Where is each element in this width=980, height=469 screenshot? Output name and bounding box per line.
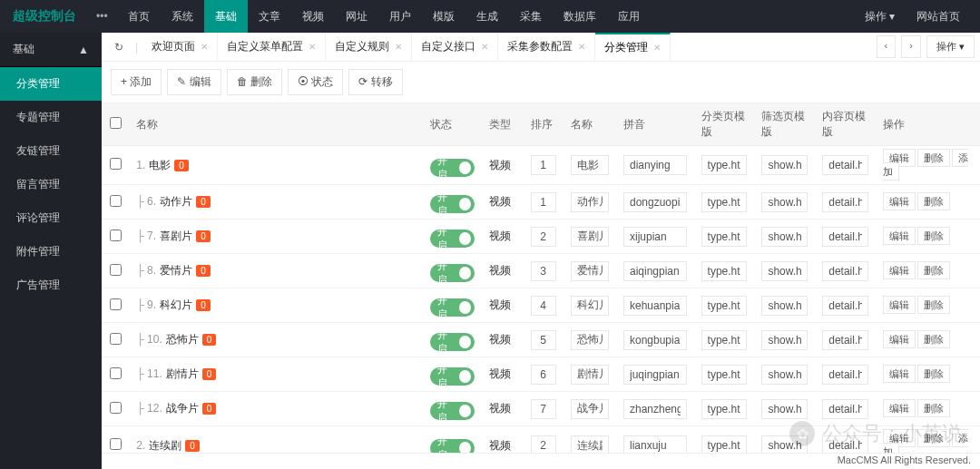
tpl-show-input[interactable] [761,365,808,385]
nav-item-用户[interactable]: 用户 [378,0,422,33]
tpl-detail-input[interactable] [822,365,868,385]
tab-欢迎页面[interactable]: 欢迎页面✕ [142,33,218,62]
row-name[interactable]: 战争片 [166,402,199,415]
sort-input[interactable] [531,155,556,175]
pinyin-input[interactable] [623,399,687,419]
nav-item-模版[interactable]: 模版 [422,0,466,33]
tabs-prev[interactable]: ‹ [877,35,897,58]
top-operate[interactable]: 操作 ▾ [854,0,906,33]
tab-自定义规则[interactable]: 自定义规则✕ [326,33,412,62]
tpl-show-input[interactable] [761,261,808,281]
row-checkbox[interactable] [110,230,122,241]
tpl-detail-input[interactable] [822,296,868,316]
tab-采集参数配置[interactable]: 采集参数配置✕ [498,33,595,62]
row-checkbox[interactable] [110,264,122,276]
check-all[interactable] [110,117,122,129]
row-edit-button[interactable]: 编辑 [883,227,916,245]
close-icon[interactable]: ✕ [653,43,661,53]
close-icon[interactable]: ✕ [395,42,402,52]
row-checkbox[interactable] [110,298,122,310]
name2-input[interactable] [571,261,609,281]
tpl-detail-input[interactable] [822,261,868,281]
row-delete-button[interactable]: 删除 [917,330,950,348]
name2-input[interactable] [571,227,609,247]
close-icon[interactable]: ✕ [201,42,208,52]
tpl-type-input[interactable] [701,227,748,247]
status-toggle[interactable]: 开启 [430,298,475,317]
tpl-type-input[interactable] [701,192,748,212]
tpl-type-input[interactable] [701,261,748,281]
status-toggle[interactable]: 开启 [430,367,475,386]
row-checkbox[interactable] [110,402,122,414]
nav-item-数据库[interactable]: 数据库 [553,0,607,33]
pinyin-input[interactable] [623,261,687,281]
sort-input[interactable] [531,330,556,350]
tpl-show-input[interactable] [761,399,808,419]
row-name[interactable]: 动作片 [160,195,192,208]
close-icon[interactable]: ✕ [309,42,316,52]
name2-input[interactable] [571,155,609,175]
status-toggle[interactable]: 开启 [430,195,475,213]
sidebar-collapse-icon[interactable]: ▲ [78,44,89,56]
name2-input[interactable] [571,330,609,350]
sort-input[interactable] [531,227,556,247]
top-site-home[interactable]: 网站首页 [906,0,971,33]
nav-item-应用[interactable]: 应用 [607,0,651,33]
tpl-detail-input[interactable] [822,435,868,453]
row-name[interactable]: 连续剧 [149,439,181,452]
pinyin-input[interactable] [623,330,687,350]
tab-自定义菜单配置[interactable]: 自定义菜单配置✕ [218,33,326,62]
name2-input[interactable] [571,365,609,385]
nav-more-icon[interactable]: ••• [87,10,117,23]
sort-input[interactable] [531,399,556,419]
sidebar-head[interactable]: 基础 ▲ [0,33,102,67]
nav-item-网址[interactable]: 网址 [335,0,378,33]
row-name[interactable]: 恐怖片 [166,333,199,346]
row-delete-button[interactable]: 删除 [917,296,950,314]
nav-item-系统[interactable]: 系统 [161,0,204,33]
status-toggle[interactable]: 开启 [430,439,475,454]
tpl-type-input[interactable] [701,296,748,316]
tpl-detail-input[interactable] [822,399,868,419]
sidebar-item-分类管理[interactable]: 分类管理 [0,67,102,101]
tpl-detail-input[interactable] [822,192,868,212]
row-edit-button[interactable]: 编辑 [883,261,916,279]
sidebar-item-留言管理[interactable]: 留言管理 [0,168,102,201]
close-icon[interactable]: ✕ [481,42,488,52]
row-name[interactable]: 科幻片 [160,298,192,311]
row-name[interactable]: 爱情片 [160,264,192,277]
status-toggle[interactable]: 开启 [430,159,475,177]
row-delete-button[interactable]: 删除 [917,192,950,210]
row-edit-button[interactable]: 编辑 [883,399,916,417]
row-edit-button[interactable]: 编辑 [883,365,916,383]
pinyin-input[interactable] [623,365,687,385]
name2-input[interactable] [571,296,609,316]
tabs-operate[interactable]: 操作 ▾ [926,35,975,58]
sort-input[interactable] [531,296,556,316]
status-toggle[interactable]: 开启 [430,333,475,351]
sidebar-item-附件管理[interactable]: 附件管理 [0,235,102,269]
status-toggle[interactable]: 开启 [430,264,475,282]
status-toggle[interactable]: 开启 [430,402,475,420]
pinyin-input[interactable] [623,296,687,316]
row-name[interactable]: 喜剧片 [160,230,192,242]
name2-input[interactable] [571,399,609,419]
row-delete-button[interactable]: 删除 [917,399,950,417]
row-name[interactable]: 剧情片 [166,367,199,380]
name2-input[interactable] [571,435,609,453]
pinyin-input[interactable] [623,155,687,175]
nav-item-视频[interactable]: 视频 [291,0,335,33]
tpl-type-input[interactable] [701,435,748,453]
tpl-detail-input[interactable] [822,155,868,175]
tpl-type-input[interactable] [701,365,748,385]
pinyin-input[interactable] [623,192,687,212]
nav-item-首页[interactable]: 首页 [117,0,161,33]
tpl-show-input[interactable] [761,296,808,316]
name2-input[interactable] [571,192,609,212]
nav-item-文章[interactable]: 文章 [248,0,291,33]
delete-button[interactable]: 🗑 删除 [227,69,282,95]
row-delete-button[interactable]: 删除 [917,261,950,279]
tpl-show-input[interactable] [761,330,808,350]
sort-input[interactable] [531,192,556,212]
sidebar-item-专题管理[interactable]: 专题管理 [0,101,102,134]
